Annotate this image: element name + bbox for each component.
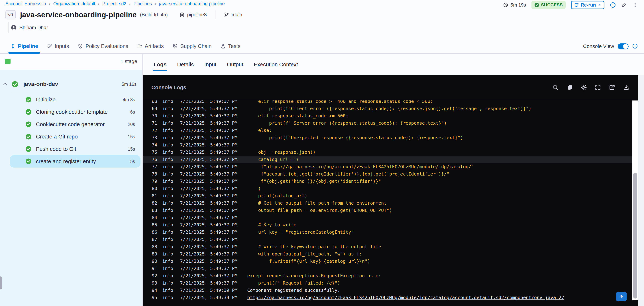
log-panel: LogsDetailsInputOutputExecution Context … (143, 54, 644, 306)
log-row: 92info7/21/2025, 5:49:37 PMexcept reques… (143, 272, 632, 279)
panel-tab-details[interactable]: Details (177, 61, 194, 68)
console-view-control: Console View (583, 39, 638, 54)
log-row: 83info7/21/2025, 5:49:37 PM output_file_… (143, 207, 632, 214)
scroll-to-top-button[interactable] (616, 292, 626, 301)
log-row: 79info7/21/2025, 5:49:37 PM f"{obj.get('… (143, 178, 632, 185)
search-icon[interactable] (552, 84, 559, 91)
log-line-number: 78 (149, 171, 157, 177)
log-timestamp: 7/21/2025, 5:49:37 PM (180, 208, 238, 213)
breadcrumb-link[interactable]: Account: Harness.io (6, 1, 46, 6)
chevron-up-icon[interactable] (2, 82, 8, 87)
log-code: elif response.status_code >= 400 and res… (247, 101, 433, 104)
tab-policy-evaluations[interactable]: Policy Evaluations (78, 39, 128, 53)
page-scrollbar-gutter (638, 75, 644, 306)
log-row: 77info7/21/2025, 5:49:37 PM f"https://qa… (143, 163, 632, 170)
log-timestamp: 7/21/2025, 5:49:37 PM (180, 266, 238, 271)
log-scrollbar-thumb[interactable] (633, 173, 637, 298)
log-timestamp: 7/21/2025, 5:49:37 PM (180, 237, 238, 242)
log-line-number: 81 (149, 193, 157, 198)
tab-tests[interactable]: Tests (220, 39, 240, 53)
stage-count: 1 stage (120, 59, 137, 64)
log-line-number: 82 (149, 200, 157, 206)
log-level: info (162, 251, 174, 256)
tab-label: Pipeline (18, 43, 38, 49)
log-timestamp: 7/21/2025, 5:49:37 PM (180, 157, 238, 162)
breadcrumb-link[interactable]: java-service-onboarding-pipeline (159, 1, 225, 6)
fullscreen-icon[interactable] (595, 84, 601, 91)
console-view-info-button[interactable] (632, 43, 638, 50)
log-code: except requests.exceptions.RequestExcept… (247, 273, 381, 278)
log-timestamp: 7/21/2025, 5:49:37 PM (180, 193, 238, 198)
step-success-icon (26, 134, 32, 140)
log-line-number: 84 (149, 215, 157, 220)
panel-tab-output[interactable]: Output (227, 61, 243, 68)
log-level: info (162, 157, 174, 162)
log-level: info (162, 280, 174, 286)
log-line-number: 91 (149, 266, 157, 271)
step-duration: 5s (130, 159, 135, 164)
edit-pipeline-button[interactable] (621, 2, 627, 8)
log-link[interactable]: https://qa.harness.io/ng/account/zEaak-F… (266, 164, 471, 169)
breadcrumb-link[interactable]: Project: sd2 (102, 1, 126, 6)
step-cookiecutter-code-generator[interactable]: Cookiecutter code generator20s (10, 118, 140, 130)
tab-inputs[interactable]: Inputs (47, 39, 69, 53)
tab-pipeline[interactable]: Pipeline (10, 39, 38, 53)
log-code: elif response.status_code >= 500: (247, 113, 348, 119)
info-button[interactable] (610, 2, 616, 8)
step-label: create and register entity (36, 158, 96, 164)
log-row: 91info7/21/2025, 5:49:37 PM (143, 265, 632, 272)
log-row: 93info7/21/2025, 5:49:37 PM print(f" Req… (143, 279, 632, 286)
console: Console Logs 68info7/21/2025, 5:49:37 PM… (143, 75, 638, 306)
download-icon[interactable] (623, 84, 630, 91)
more-options-button[interactable] (632, 2, 638, 8)
log-timestamp: 7/21/2025, 5:49:37 PM (180, 135, 238, 140)
rerun-label: Re-run (581, 2, 596, 8)
panel-tab-execution-context[interactable]: Execution Context (254, 61, 298, 68)
step-create-a-git-repo[interactable]: Create a Git repo15s (10, 130, 140, 143)
log-row: 68info7/21/2025, 5:49:37 PM elif respons… (143, 101, 632, 105)
info-icon (610, 2, 616, 8)
sidebar-scrollbar-thumb[interactable] (0, 276, 2, 289)
panel-tab-input[interactable]: Input (204, 61, 216, 68)
console-view-toggle[interactable] (618, 44, 628, 50)
app-root: Account: Harness.io›Organization: defaul… (0, 0, 644, 306)
log-line-number: 86 (149, 229, 157, 235)
step-create-and-register-entity[interactable]: create and register entity5s (10, 155, 140, 168)
console-header: Console Logs (143, 75, 638, 100)
tab-supply-chain[interactable]: Supply Chain (172, 39, 212, 53)
refresh-icon (574, 3, 579, 7)
main-tab-bar: PipelineInputsPolicy EvaluationsArtifact… (0, 39, 644, 54)
rerun-button[interactable]: Re-run (571, 1, 604, 9)
log-level: info (162, 237, 174, 242)
step-push-code-to-git[interactable]: Push code to Git15s (10, 143, 140, 155)
panel-tab-bar: LogsDetailsInputOutputExecution Context (143, 54, 644, 75)
breadcrumb-link[interactable]: Pipelines (134, 1, 152, 6)
log-timestamp: 7/21/2025, 5:49:37 PM (180, 150, 238, 155)
step-initialize[interactable]: Initialize4m 8s (10, 93, 140, 106)
open-in-new-icon[interactable] (609, 84, 615, 91)
step-cloning-cookiecutter-template[interactable]: Cloning cookiecutter template6s (10, 106, 140, 118)
log-line-number: 80 (149, 186, 157, 191)
log-line-number: 93 (149, 280, 157, 286)
status-badge: SUCCESS (532, 1, 566, 9)
breadcrumb-link[interactable]: Organization: default (53, 1, 95, 6)
author-name: Shibam Dhar (20, 25, 48, 31)
log-row: 74info7/21/2025, 5:49:37 PM (143, 141, 632, 148)
repository-icon (179, 12, 185, 18)
log-timestamp: 7/21/2025, 5:49:37 PM (180, 258, 238, 264)
tab-artifacts[interactable]: Artifacts (137, 39, 164, 53)
log-scrollbar-track[interactable] (632, 101, 638, 300)
log-code: print(f" Request failed: {e}") (247, 280, 340, 286)
log-timestamp: 7/21/2025, 5:49:37 PM (180, 200, 238, 206)
copy-icon[interactable] (566, 84, 573, 91)
log-link[interactable]: https://qa.harness.io/ng/account/zEaak-F… (247, 295, 564, 300)
panel-tab-logs[interactable]: Logs (154, 61, 167, 68)
log-code: f"account.{obj.get('orgIdentifier')}.{ob… (247, 171, 450, 177)
log-line-number: 71 (149, 121, 157, 126)
settings-icon[interactable] (580, 84, 587, 91)
log-code: https://qa.harness.io/ng/account/zEaak-F… (247, 295, 564, 300)
log-code: f"https://qa.harness.io/ng/account/zEaak… (247, 164, 474, 169)
log-code: output_file_path = os.environ.get("DRONE… (247, 208, 392, 213)
log-code: # Write the key=value pair to the output… (247, 244, 381, 249)
stage-row-java-onb-dev[interactable]: java-onb-dev 5m 16s (0, 77, 142, 92)
